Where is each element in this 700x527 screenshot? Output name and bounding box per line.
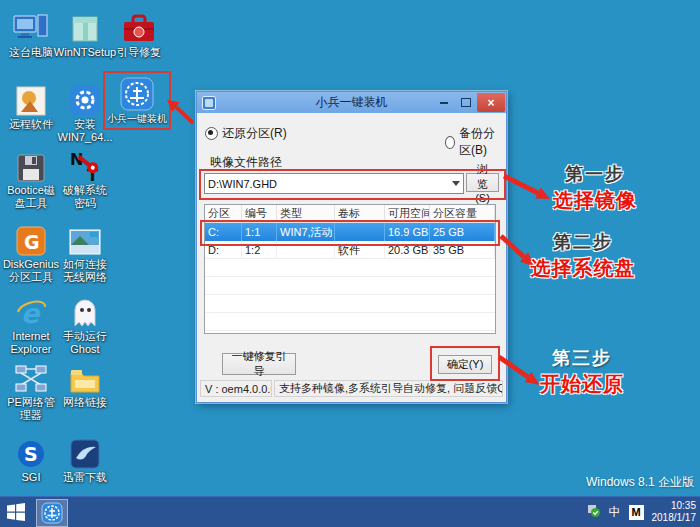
col-header: 可用空间: [385, 205, 430, 222]
status-info-text: 支持多种镜像,多系统引导自动修复, 问题反馈QQ群:606616468: [274, 380, 503, 397]
table-row-d[interactable]: D: 1:2 软件 20.3 GB 35 GB: [205, 241, 495, 259]
photo-icon: [69, 220, 101, 256]
step-number: 第一步: [545, 162, 645, 186]
desktop-icon-label: 网络链接: [63, 396, 107, 409]
sgi-icon: S: [16, 433, 46, 469]
computer-icon: [13, 8, 49, 44]
gear-app-icon: [69, 80, 101, 116]
radio-unselected-icon: [445, 136, 455, 149]
ok-button[interactable]: 确定(Y): [438, 355, 492, 374]
desktop-icon-sgi[interactable]: S SGI: [4, 433, 58, 484]
close-button[interactable]: ×: [477, 93, 505, 112]
network-diagram-icon: [14, 358, 48, 394]
clock-time: 10:35: [652, 500, 697, 512]
cell-number: 1:1: [242, 223, 277, 241]
xiaobing-installer-window: 小兵一键装机 × 还原分区(R) 备份分区(B) 映像文件路径 D:\WIN7.…: [196, 91, 507, 403]
minimize-icon: [440, 102, 448, 104]
minimize-button[interactable]: [433, 93, 455, 112]
table-header-row: 分区 编号 类型 卷标 可用空间 分区容量: [205, 205, 495, 223]
desktop-icon-label: 远程软件: [9, 118, 53, 131]
desktop-icon-label: 迅雷下载: [63, 471, 107, 484]
annotation-step3: 第三步 开始还原: [532, 346, 632, 398]
browse-button[interactable]: 浏览(S): [466, 173, 499, 192]
toolbox-icon: [122, 8, 156, 44]
table-row-c-selected[interactable]: C: 1:1 WIN7,活动 16.9 GB 25 GB: [205, 223, 495, 241]
desktop-icon-network-links[interactable]: 网络链接: [58, 358, 112, 409]
desktop-icon-label: 这台电脑: [9, 46, 53, 59]
image-path-value: D:\WIN7.GHD: [205, 178, 449, 190]
desktop-icon-label: 小兵一键装机: [107, 113, 167, 125]
desktop-icon-this-pc[interactable]: 这台电脑: [4, 8, 58, 59]
xiaobing-app-icon: [120, 75, 154, 111]
diskgenius-icon: G: [16, 220, 46, 256]
version-text: V : oem4.0.0.0: [200, 380, 272, 397]
step-number: 第二步: [528, 230, 638, 254]
desktop-icon-label: 手动运行Ghost: [58, 330, 112, 355]
maximize-icon: [461, 98, 471, 107]
col-header: 类型: [277, 205, 335, 222]
svg-text:G: G: [24, 231, 40, 253]
picture-icon: [16, 80, 46, 116]
radio-restore-partition[interactable]: 还原分区(R): [205, 125, 287, 142]
desktop-icon-label: 安装 WIN7_64...: [58, 118, 113, 143]
radio-label: 还原分区(R): [222, 125, 287, 142]
ime-language-indicator[interactable]: 中: [609, 504, 621, 521]
desktop-icon-thunder-download[interactable]: 迅雷下载: [58, 433, 112, 484]
cell-capacity: 35 GB: [430, 241, 495, 259]
desktop-icon-label: 引导修复: [117, 46, 161, 59]
step-action: 选择镜像: [545, 187, 645, 214]
cell-partition: D:: [205, 241, 242, 259]
desktop-icon-ghost[interactable]: 手动运行Ghost: [58, 292, 112, 355]
desktop-icon-label: Bootice磁盘工具: [4, 184, 58, 209]
ime-mode-indicator[interactable]: M: [629, 505, 644, 520]
desktop-icon-internet-explorer[interactable]: e Internet Explorer: [4, 292, 58, 355]
start-button[interactable]: [5, 502, 27, 522]
maximize-button[interactable]: [455, 93, 477, 112]
desktop-icon-label: PE网络管理器: [4, 396, 58, 421]
col-header: 编号: [242, 205, 277, 222]
usb-safe-remove-icon[interactable]: [586, 503, 601, 522]
package-icon: [70, 8, 100, 44]
step-action: 选择系统盘: [528, 255, 638, 282]
folder-icon: [69, 358, 101, 394]
cell-type: WIN7,活动: [277, 223, 335, 241]
desktop-icon-label: Internet Explorer: [4, 330, 58, 355]
desktop-icon-pe-network-manager[interactable]: PE网络管理器: [4, 358, 58, 421]
chevron-down-icon: [449, 181, 463, 186]
floppy-disk-icon: [17, 146, 45, 182]
desktop-icon-install-win7[interactable]: 安装 WIN7_64...: [58, 80, 112, 143]
image-path-combobox[interactable]: D:\WIN7.GHD: [204, 173, 464, 194]
status-bar: V : oem4.0.0.0 支持多种镜像,多系统引导自动修复, 问题反馈QQ群…: [200, 380, 503, 397]
col-header: 卷标: [335, 205, 385, 222]
desktop-icon-winntsetup[interactable]: WinNTSetup: [56, 8, 114, 59]
desktop-icon-label: WinNTSetup: [54, 46, 116, 59]
svg-text:S: S: [24, 443, 38, 465]
taskbar-clock[interactable]: 10:35 2018/1/17: [652, 500, 697, 524]
cell-number: 1:2: [242, 241, 277, 259]
desktop-icon-diskgenius[interactable]: G DiskGenius分区工具: [4, 220, 58, 283]
radio-selected-icon: [205, 127, 218, 140]
radio-backup-partition[interactable]: 备份分区(B): [445, 125, 506, 159]
taskbar: 中 M 10:35 2018/1/17: [0, 496, 700, 527]
windows-edition-watermark: Windows 8.1 企业版: [586, 474, 694, 491]
desktop-icon-password-crack[interactable]: NT 破解系统密码: [58, 146, 112, 209]
annotation-step2: 第二步 选择系统盘: [528, 230, 638, 282]
repair-boot-button[interactable]: 一键修复引导: [222, 353, 296, 375]
desktop-icon-xiaobing-installer[interactable]: 小兵一键装机: [107, 75, 167, 125]
close-icon: ×: [487, 96, 494, 110]
system-tray: 中 M 10:35 2018/1/17: [586, 497, 697, 527]
desktop-icon-remote-software[interactable]: 远程软件: [4, 80, 58, 131]
cell-free-space: 16.9 GB: [385, 223, 430, 241]
desktop: 这台电脑 WinNTSetup 引导修复 远程软件 安装 WIN7_64... …: [0, 0, 700, 527]
desktop-icon-wifi-howto[interactable]: 如何连接无线网络: [58, 220, 112, 283]
cell-free-space: 20.3 GB: [385, 241, 430, 259]
radio-label: 备份分区(B): [459, 125, 506, 159]
partition-table[interactable]: 分区 编号 类型 卷标 可用空间 分区容量 C: 1:1 WIN7,活动 16.…: [204, 204, 496, 334]
cell-volume-label: 软件: [335, 241, 385, 259]
desktop-icon-boot-repair[interactable]: 引导修复: [112, 8, 166, 59]
desktop-icon-bootice[interactable]: Bootice磁盘工具: [4, 146, 58, 209]
cell-partition: C:: [205, 223, 242, 241]
taskbar-app-xiaobing[interactable]: [36, 499, 68, 527]
desktop-icon-label: DiskGenius分区工具: [3, 258, 59, 283]
desktop-icon-label: 破解系统密码: [58, 184, 112, 209]
